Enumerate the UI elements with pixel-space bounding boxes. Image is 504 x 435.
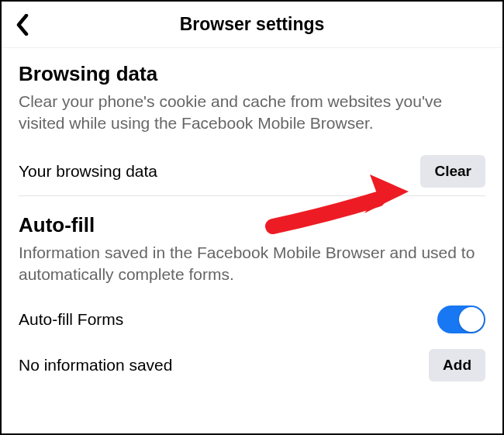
row-no-information-saved: No information saved Add bbox=[2, 341, 502, 389]
back-button[interactable] bbox=[16, 14, 29, 36]
section-auto-fill: Auto-fill Information saved in the Faceb… bbox=[2, 196, 502, 286]
auto-fill-title: Auto-fill bbox=[19, 213, 485, 237]
auto-fill-description: Information saved in the Facebook Mobile… bbox=[19, 242, 485, 286]
no-information-saved-label: No information saved bbox=[19, 356, 172, 375]
auto-fill-forms-label: Auto-fill Forms bbox=[19, 310, 123, 329]
browsing-data-description: Clear your phone's cookie and cache from… bbox=[19, 91, 485, 135]
toggle-knob bbox=[459, 307, 484, 332]
chevron-left-icon bbox=[16, 14, 29, 36]
page-title: Browser settings bbox=[180, 14, 325, 35]
your-browsing-data-label: Your browsing data bbox=[19, 162, 157, 181]
header: Browser settings bbox=[2, 2, 502, 48]
row-auto-fill-forms: Auto-fill Forms bbox=[2, 298, 502, 341]
browsing-data-title: Browsing data bbox=[19, 62, 485, 86]
auto-fill-toggle[interactable] bbox=[437, 306, 485, 333]
row-your-browsing-data: Your browsing data Clear bbox=[2, 147, 502, 195]
clear-button[interactable]: Clear bbox=[420, 155, 485, 188]
add-button[interactable]: Add bbox=[429, 349, 485, 381]
section-browsing-data: Browsing data Clear your phone's cookie … bbox=[2, 48, 502, 135]
